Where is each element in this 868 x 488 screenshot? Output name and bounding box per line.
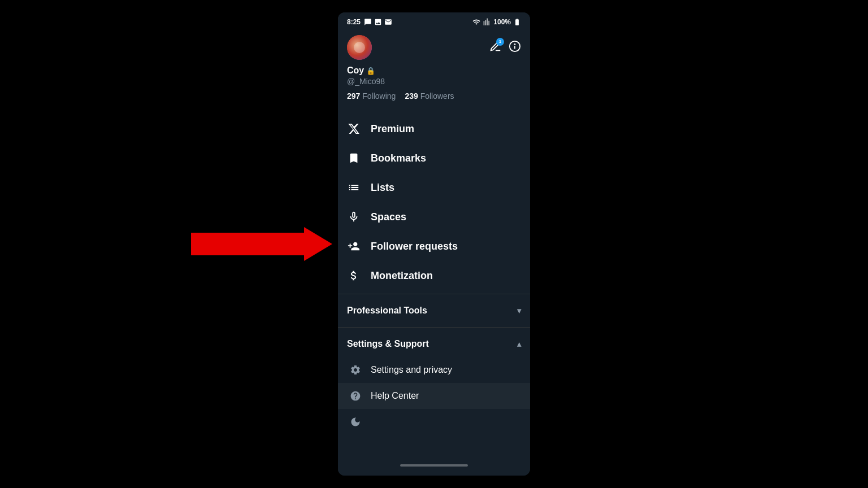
settings-support-section[interactable]: Settings & Support ▴ [338,331,530,357]
profile-actions: 1 [489,40,521,55]
home-indicator [400,464,468,467]
message-icon [364,18,372,26]
following-label: Following [362,91,396,101]
premium-label: Premium [371,123,414,135]
gear-icon [349,364,362,376]
professional-tools-label: Professional Tools [347,306,427,316]
following-stat[interactable]: 297 Following [347,91,396,101]
status-bar: 8:25 100% [338,12,530,29]
settings-support-chevron: ▴ [517,339,521,348]
lock-icon: 🔒 [366,67,375,75]
signal-icon [483,18,491,26]
sidebar-item-settings-privacy[interactable]: Settings and privacy [338,357,530,383]
sidebar-item-help-center[interactable]: Help Center [338,383,530,409]
following-count: 297 [347,91,360,101]
bookmark-icon [347,151,361,165]
followers-label: Followers [420,91,454,101]
professional-tools-chevron: ▾ [517,306,521,315]
settings-privacy-label: Settings and privacy [371,365,452,375]
sidebar-item-monetization[interactable]: Monetization [338,261,530,290]
bottom-bar [338,461,530,476]
display-name: Coy [347,66,364,76]
bookmarks-label: Bookmarks [371,152,426,164]
sidebar-item-display[interactable] [338,409,530,435]
moon-icon [349,416,362,428]
person-add-icon [347,239,361,253]
profile-stats: 297 Following 239 Followers [347,91,521,101]
lists-label: Lists [371,182,394,194]
red-arrow-annotation [191,227,332,261]
profile-name[interactable]: Coy 🔒 [347,66,521,76]
arrow-shaft [191,233,304,255]
new-post-button[interactable]: 1 [489,40,502,55]
avatar-image [347,35,372,60]
profile-top-row: 1 [347,35,521,60]
x-icon [347,122,361,136]
sidebar-item-premium[interactable]: Premium [338,114,530,143]
battery-icon [513,18,521,26]
monetization-label: Monetization [371,270,433,282]
sidebar-menu: Premium Bookmarks Lists [338,110,530,461]
divider-1 [338,294,530,294]
envelope-icon [384,18,392,26]
followers-stat[interactable]: 239 Followers [405,91,454,101]
avatar[interactable] [347,35,372,60]
phone-screen: 8:25 100% [338,12,530,476]
followers-count: 239 [405,91,418,101]
profile-section: 1 Coy 🔒 @_Mico98 297 Following 239 Fo [338,29,530,110]
spaces-label: Spaces [371,211,406,223]
image-icon [374,18,382,26]
time: 8:25 [347,18,361,26]
professional-tools-section[interactable]: Professional Tools ▾ [338,298,530,324]
arrow-head [304,227,332,261]
question-circle-icon [349,390,362,402]
status-left: 8:25 [347,18,392,26]
sidebar-item-spaces[interactable]: Spaces [338,202,530,232]
divider-2 [338,327,530,328]
battery-level: 100% [493,18,511,26]
sidebar-item-follower-requests[interactable]: Follower requests [338,232,530,261]
sidebar-item-lists[interactable]: Lists [338,173,530,202]
wifi-icon [472,18,481,26]
help-center-label: Help Center [371,391,419,401]
list-icon [347,181,361,194]
profile-handle[interactable]: @_Mico98 [347,77,521,86]
monetization-icon [347,269,361,282]
info-button[interactable] [509,40,521,55]
sidebar-item-bookmarks[interactable]: Bookmarks [338,143,530,173]
microphone-icon [347,210,361,224]
settings-support-label: Settings & Support [347,339,429,349]
follower-requests-label: Follower requests [371,241,458,252]
status-right: 100% [472,18,521,26]
